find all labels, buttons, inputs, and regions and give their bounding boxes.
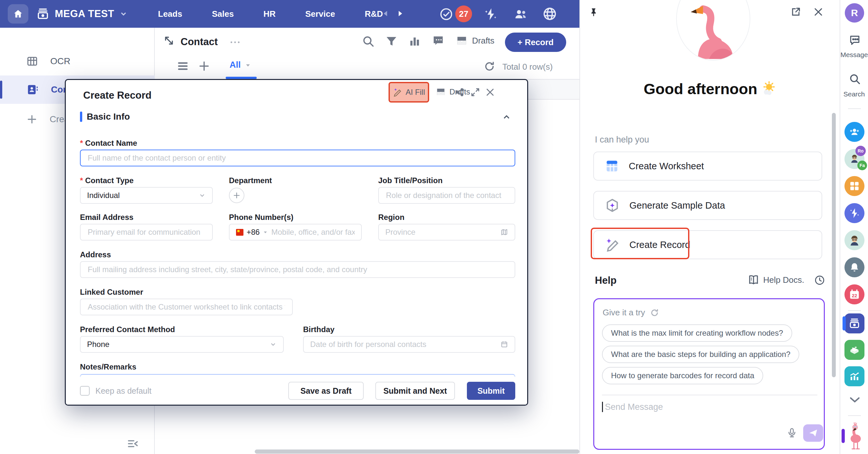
add-department-button[interactable]: [229, 188, 244, 203]
rail-search-icon[interactable]: [849, 73, 861, 85]
field-label-linked-customer: Linked Customer: [80, 287, 143, 297]
card-generate-sample-data[interactable]: Generate Sample Data: [593, 191, 822, 220]
nav-item-sales[interactable]: Sales: [212, 9, 234, 19]
map-icon: [500, 228, 508, 236]
flamingo-mascot[interactable]: [846, 422, 864, 451]
app-switcher[interactable]: MEGA TEST: [36, 0, 128, 28]
top-nav: MEGA TEST Leads Sales HR Service R&D 27: [0, 0, 580, 28]
greeting: Good afternoon: [580, 80, 840, 98]
section-accent-bar: [80, 112, 82, 122]
expand-modal-icon[interactable]: [470, 87, 480, 97]
message-input[interactable]: Send Message: [602, 402, 663, 412]
field-label-contact-type: Contact Type: [80, 176, 133, 185]
contact-type-select[interactable]: Individual: [80, 187, 213, 204]
chart-icon[interactable]: [408, 35, 421, 48]
plus-icon: [233, 191, 241, 199]
contacts-group-shortcut[interactable]: [844, 122, 864, 142]
preferred-method-select[interactable]: Phone: [80, 336, 284, 353]
filter-icon[interactable]: [385, 35, 398, 48]
automation-shortcut[interactable]: [844, 203, 864, 223]
phone-input[interactable]: +86 Mobile, office, and/or fax numbe: [229, 224, 362, 241]
user-avatar[interactable]: R: [845, 3, 864, 23]
worksheet-icon: [605, 159, 619, 173]
nav-caret-left-icon[interactable]: [381, 9, 391, 18]
pin-icon[interactable]: [588, 6, 599, 19]
sidebar-item-ocr[interactable]: OCR: [0, 47, 155, 75]
card-label: Create Worksheet: [629, 161, 704, 172]
team-avatars-shortcut[interactable]: Ro Fa: [844, 149, 864, 169]
automation-bolt-icon[interactable]: [484, 7, 498, 21]
task-check-icon[interactable]: [439, 7, 453, 21]
collapse-sidebar-icon[interactable]: [126, 438, 139, 450]
app-title: MEGA TEST: [55, 8, 114, 20]
comment-icon[interactable]: [431, 34, 445, 48]
notifications-shortcut[interactable]: [844, 257, 864, 277]
rail-chevron-down-icon[interactable]: [849, 396, 860, 404]
suggestion-chip[interactable]: What are the basic steps for building an…: [602, 346, 799, 363]
linked-customer-input[interactable]: [80, 299, 293, 315]
notification-badge[interactable]: 27: [455, 5, 472, 22]
add-record-button[interactable]: + Record: [505, 33, 566, 52]
help-docs-link[interactable]: Help Docs.: [748, 274, 804, 286]
region-input[interactable]: Province: [378, 224, 515, 241]
globe-icon[interactable]: [542, 6, 557, 21]
app-finance-shortcut[interactable]: [844, 313, 864, 333]
card-create-worksheet[interactable]: Create Worksheet: [593, 152, 822, 181]
expand-view-icon[interactable]: [163, 35, 175, 47]
keep-default-label: Keep as default: [95, 386, 152, 396]
address-input[interactable]: [80, 261, 515, 278]
calendar-shortcut[interactable]: 22: [844, 284, 864, 304]
message-label: Message: [840, 51, 868, 59]
save-draft-button[interactable]: Save as Draft: [288, 382, 364, 400]
card-create-record[interactable]: Create Record: [593, 230, 822, 259]
contact-type-value: Individual: [87, 191, 120, 200]
message-icon[interactable]: [849, 34, 861, 47]
birthday-input[interactable]: Date of birth for personal contacts: [303, 336, 515, 353]
app-analytics-shortcut[interactable]: [844, 366, 864, 386]
nav-caret-right-icon[interactable]: [395, 9, 404, 18]
keep-default-checkbox[interactable]: [80, 386, 90, 396]
active-app-indicator: [842, 316, 846, 331]
contact-name-input[interactable]: [80, 150, 515, 167]
apps-grid-shortcut[interactable]: [844, 176, 864, 196]
submit-button[interactable]: Submit: [467, 382, 515, 400]
drafts-button[interactable]: Drafts: [455, 34, 494, 47]
suggestion-chip[interactable]: How to generate barcodes for record data: [602, 367, 763, 384]
app-blocks-shortcut[interactable]: [844, 340, 864, 360]
history-clock-icon[interactable]: [814, 275, 825, 286]
job-title-input[interactable]: [378, 187, 515, 204]
suggestion-chip[interactable]: What is the max limit for creating workf…: [602, 324, 792, 342]
dial-code[interactable]: +86: [247, 228, 260, 237]
tab-all[interactable]: All: [229, 60, 251, 70]
ai-fill-button[interactable]: AI Fill: [389, 82, 429, 102]
assistant-avatar-shortcut[interactable]: [844, 230, 864, 250]
home-button[interactable]: [8, 4, 28, 24]
email-input[interactable]: [80, 224, 213, 241]
submit-next-button[interactable]: Submit and Next: [375, 382, 455, 400]
send-button[interactable]: [803, 424, 823, 442]
create-record-modal: Create Record AI Fill Drafts Basic Info: [65, 79, 528, 405]
refresh-icon[interactable]: [484, 61, 495, 72]
members-icon[interactable]: [513, 7, 528, 21]
panel-scrollbar[interactable]: [832, 113, 836, 377]
nav-item-rnd[interactable]: R&D: [365, 9, 383, 19]
mic-icon[interactable]: [786, 426, 797, 440]
search-icon[interactable]: [362, 35, 375, 48]
add-view-icon[interactable]: [198, 60, 210, 72]
more-dots-icon[interactable]: [229, 38, 241, 47]
chevron-up-icon[interactable]: [502, 112, 512, 122]
nav-item-hr[interactable]: HR: [264, 9, 276, 19]
avatar-badge-ro: Ro: [856, 146, 866, 156]
nav-item-leads[interactable]: Leads: [158, 9, 182, 19]
send-icon: [808, 428, 818, 438]
nav-item-service[interactable]: Service: [305, 9, 335, 19]
view-list-icon[interactable]: [177, 60, 189, 72]
close-panel-icon[interactable]: [813, 6, 824, 18]
horizontal-scrollbar[interactable]: [255, 450, 580, 454]
share-icon[interactable]: [455, 87, 465, 97]
app-logo-icon: [36, 7, 50, 21]
rail-divider: [848, 310, 861, 311]
close-icon[interactable]: [485, 87, 495, 97]
open-in-new-icon[interactable]: [790, 6, 801, 18]
refresh-suggestions-icon[interactable]: [650, 308, 659, 317]
